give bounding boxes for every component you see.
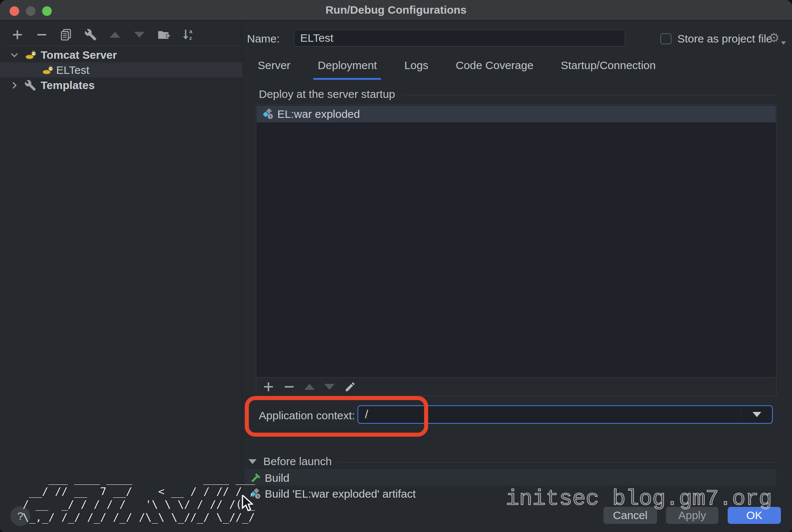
sidebar-item-templates[interactable]: Templates (0, 78, 242, 93)
minimize-window-button[interactable] (26, 6, 35, 16)
deploy-artifacts-list[interactable]: EL:war exploded (256, 105, 776, 378)
chevron-down-icon[interactable] (9, 52, 20, 58)
artifact-icon (263, 109, 274, 120)
before-launch-row-build[interactable]: Build (245, 470, 776, 486)
edit-defaults-wrench-icon[interactable] (83, 27, 98, 42)
svg-text:z: z (189, 35, 192, 41)
remove-icon[interactable] (34, 27, 50, 42)
chevron-down-icon (752, 412, 761, 417)
zoom-window-button[interactable] (42, 6, 52, 16)
tomcat-icon (41, 65, 54, 76)
deploy-artifact-label: EL:war exploded (277, 108, 360, 120)
tab-logs[interactable]: Logs (400, 56, 433, 80)
gear-dropdown-caret-icon (781, 41, 786, 45)
remove-icon[interactable] (284, 381, 295, 392)
svg-text:a: a (189, 28, 193, 34)
build-hammer-icon (250, 473, 261, 484)
tree-item-label: ELTest (56, 64, 89, 76)
configuration-tabs: Server Deployment Logs Code Coverage Sta… (253, 56, 660, 80)
title-bar: Run/Debug Configurations (0, 0, 792, 21)
store-as-project-file-label: Store as project file (677, 33, 772, 45)
deploy-list-toolbar (256, 378, 776, 396)
run-debug-configurations-dialog: Run/Debug Configurations az (0, 0, 792, 532)
new-folder-icon[interactable] (156, 27, 172, 42)
store-as-project-file-checkbox[interactable] (660, 33, 671, 44)
section-divider (402, 95, 776, 95)
copy-icon[interactable] (58, 27, 74, 42)
tab-deployment[interactable]: Deployment (313, 56, 381, 80)
application-context-combobox[interactable]: / (358, 405, 773, 424)
move-up-icon[interactable] (107, 27, 123, 42)
section-divider (338, 462, 776, 463)
tree-item-label: Tomcat Server (41, 49, 117, 61)
before-launch-title: Before launch (263, 455, 332, 468)
configurations-sidebar: az Tomcat Server ELTest (0, 21, 242, 532)
combobox-dropdown-button[interactable] (741, 406, 772, 423)
close-window-button[interactable] (10, 6, 19, 16)
add-icon[interactable] (263, 381, 274, 392)
name-input[interactable] (294, 30, 625, 47)
gear-icon[interactable]: ⚙ (768, 30, 779, 45)
sidebar-divider (6, 46, 240, 46)
name-label: Name: (247, 33, 280, 45)
deploy-section-header: Deploy at the server startup (259, 88, 776, 100)
move-up-icon[interactable] (304, 384, 315, 390)
tab-server[interactable]: Server (253, 56, 295, 80)
sidebar-item-eltest[interactable]: ELTest (0, 62, 242, 78)
dialog-title: Run/Debug Configurations (325, 4, 467, 16)
before-launch-row-build-artifact[interactable]: Build 'EL:war exploded' artifact (245, 486, 776, 502)
wrench-icon (24, 79, 36, 91)
move-down-icon[interactable] (324, 384, 335, 390)
sidebar-toolbar: az (10, 27, 196, 43)
before-launch-label: Build 'EL:war exploded' artifact (265, 488, 416, 500)
before-launch-header: Before launch (248, 455, 776, 468)
expander-triangle-icon[interactable] (248, 459, 257, 464)
apply-button[interactable]: Apply (666, 507, 718, 524)
tree-item-label: Templates (41, 79, 95, 92)
tab-code-coverage[interactable]: Code Coverage (451, 56, 538, 80)
move-down-icon[interactable] (132, 27, 147, 42)
chevron-right-icon[interactable] (9, 81, 20, 89)
help-button[interactable]: ? (10, 506, 30, 526)
deploy-section-title: Deploy at the server startup (259, 88, 395, 100)
cancel-button[interactable]: Cancel (603, 507, 657, 524)
artifact-icon (250, 488, 261, 499)
sidebar-item-tomcat-server[interactable]: Tomcat Server (0, 47, 242, 62)
application-context-value: / (358, 408, 741, 421)
application-context-label: Application context: (259, 409, 355, 422)
sort-alphabetically-icon[interactable]: az (180, 27, 196, 42)
tab-startup-connection[interactable]: Startup/Connection (556, 56, 660, 80)
edit-icon[interactable] (344, 381, 356, 393)
tomcat-icon (24, 50, 37, 61)
before-launch-label: Build (265, 472, 290, 484)
ok-button[interactable]: OK (728, 507, 781, 524)
deploy-artifact-row[interactable]: EL:war exploded (257, 106, 776, 122)
add-icon[interactable] (10, 27, 25, 42)
